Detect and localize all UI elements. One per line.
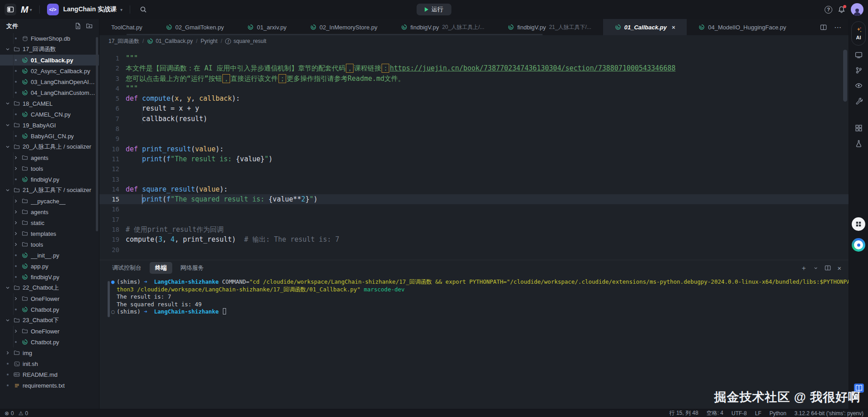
tree-item-agents[interactable]: agents bbox=[0, 206, 99, 217]
tab-02_GmailToken.py[interactable]: 02_GmailToken.py bbox=[154, 19, 236, 35]
source-control-icon[interactable] bbox=[852, 64, 865, 76]
chevron-down-icon[interactable] bbox=[813, 266, 818, 271]
tree-item-BabyAGI_CN.py[interactable]: BabyAGI_CN.py bbox=[0, 131, 99, 141]
explorer-scrollbar[interactable] bbox=[96, 37, 98, 231]
close-icon[interactable]: × bbox=[672, 24, 675, 31]
tree-item-findbigV.py[interactable]: findbigV.py bbox=[0, 174, 99, 185]
editor-scrollbar[interactable] bbox=[843, 50, 847, 102]
tree-item-__pycache__[interactable]: __pycache__ bbox=[0, 196, 99, 206]
tree-item-21_人脉工具下 / socializer[interactable]: 21_人脉工具下 / socializer bbox=[0, 185, 99, 196]
terminal[interactable]: ●(shims) ➜ LangChain-shizhanke COMMAND="… bbox=[99, 276, 849, 316]
run-button[interactable]: 运行 bbox=[417, 4, 452, 15]
breadcrumb-item-01_Callback.py[interactable]: 01_Callback.py bbox=[147, 38, 193, 44]
tree-item-OneFlower[interactable]: OneFlower bbox=[0, 293, 99, 304]
tree-item-Chatbot.py[interactable]: Chatbot.py bbox=[0, 304, 99, 315]
workspace-menu[interactable]: M ▾ bbox=[21, 5, 32, 15]
split-panel-icon[interactable] bbox=[825, 265, 831, 271]
tree-item-CAMEL_CN.py[interactable]: CAMEL_CN.py bbox=[0, 109, 99, 120]
problems-warnings[interactable]: ⚠0 bbox=[19, 410, 28, 417]
lab-icon[interactable] bbox=[852, 137, 865, 150]
tree-item-agents[interactable]: agents bbox=[0, 152, 99, 163]
code-line-6[interactable]: 6 result = x + y bbox=[99, 103, 849, 113]
tree-item-18_CAMEL[interactable]: 18_CAMEL bbox=[0, 98, 99, 109]
tab-04_ModelIO_HuggingFace.py[interactable]: 04_ModelIO_HuggingFace.py bbox=[687, 19, 798, 35]
panel-tab-网络服务[interactable]: 网络服务 bbox=[175, 262, 209, 274]
notifications-button[interactable] bbox=[838, 6, 845, 14]
tree-item-17_回调函数[interactable]: 17_回调函数 bbox=[0, 44, 99, 55]
new-file-icon[interactable] bbox=[75, 23, 81, 29]
problems-errors[interactable]: ⊗0 bbox=[5, 410, 14, 417]
avatar[interactable] bbox=[851, 3, 863, 16]
status-item[interactable]: 3.12.2 64-bit ('shims': pyenv) bbox=[794, 410, 863, 417]
code-line-3[interactable]: 3您可以点击最上方的“运行”按钮，直接运行该文件；更多操作指引请参考Readme… bbox=[99, 74, 849, 84]
status-item[interactable]: 行 15, 列 48 bbox=[670, 409, 698, 417]
tree-item-templates[interactable]: templates bbox=[0, 228, 99, 239]
status-item[interactable]: UTF-8 bbox=[731, 410, 747, 417]
new-folder-icon[interactable] bbox=[86, 23, 93, 29]
more-actions-icon[interactable]: ⋯ bbox=[834, 23, 841, 32]
tree-item-04_LangChainCustomCallback....[interactable]: 04_LangChainCustomCallback.... bbox=[0, 87, 99, 98]
new-terminal-icon[interactable]: ＋ bbox=[800, 264, 807, 272]
search-icon[interactable] bbox=[137, 4, 149, 15]
code-line-15[interactable]: 15 print(f"The squared result is: {value… bbox=[99, 194, 849, 204]
tree-item-tools[interactable]: tools bbox=[0, 239, 99, 250]
tree-item-README.md[interactable]: README.md bbox=[0, 369, 99, 380]
tree-item-__init__.py[interactable]: __init__.py bbox=[0, 250, 99, 261]
code-line-11[interactable]: 11 print(f"The result is: {value}") bbox=[99, 154, 849, 164]
code-line-19[interactable]: 19compute(3, 4, print_result) # 输出: The … bbox=[99, 234, 849, 244]
code-line-20[interactable]: 20 bbox=[99, 245, 849, 255]
tab-01_arxiv.py[interactable]: 01_arxiv.py bbox=[236, 19, 298, 35]
tree-item-img[interactable]: img bbox=[0, 347, 99, 358]
tab-ToolChat.py[interactable]: ToolChat.py bbox=[99, 19, 154, 35]
breadcrumb-item-17_回调函数[interactable]: 17_回调函数 bbox=[108, 37, 139, 45]
tree-item-02_Async_Callback.py[interactable]: 02_Async_Callback.py bbox=[0, 66, 99, 76]
tree-item-static[interactable]: static bbox=[0, 217, 99, 228]
tree-item-20_人脉工具上 / socializer[interactable]: 20_人脉工具上 / socializer bbox=[0, 141, 99, 152]
code-line-2[interactable]: 2本文件是【回调函数：在 AI 应用中引入异步通信机制】章节的配套代码，课程链接… bbox=[99, 63, 849, 73]
tree-item-03_LangChainOpenAICallback....[interactable]: 03_LangChainOpenAICallback.... bbox=[0, 76, 99, 87]
project-switcher[interactable]: </> LangChain 实战课 ▾ bbox=[47, 4, 123, 15]
tools-icon[interactable] bbox=[852, 94, 865, 107]
split-editor-icon[interactable] bbox=[820, 24, 827, 31]
status-item[interactable]: Python bbox=[769, 410, 786, 417]
code-line-18[interactable]: 18# 使用print_result作为回调 bbox=[99, 225, 849, 234]
status-item[interactable]: LF bbox=[755, 410, 761, 417]
tree-item-requirements.txt[interactable]: requirements.txt bbox=[0, 380, 99, 391]
code-line-5[interactable]: 5def compute(x, y, callback): bbox=[99, 94, 849, 103]
breadcrumb-item-Pyright[interactable]: Pyright bbox=[201, 38, 217, 44]
code-line-9[interactable]: 9 bbox=[99, 134, 849, 144]
tree-item-init.sh[interactable]: init.sh bbox=[0, 358, 99, 369]
tree-item-tools[interactable]: tools bbox=[0, 163, 99, 174]
code-line-14[interactable]: 14def square_result(value): bbox=[99, 184, 849, 194]
code-line-7[interactable]: 7 callback(result) bbox=[99, 114, 849, 124]
close-panel-icon[interactable]: × bbox=[837, 264, 841, 272]
tab-01_Callback.py[interactable]: 01_Callback.py× bbox=[603, 19, 687, 35]
tree-item-23_Chatbot下[interactable]: 23_Chatbot下 bbox=[0, 315, 99, 326]
code-line-12[interactable]: 12 bbox=[99, 164, 849, 174]
tree-item-Chatbot.py[interactable]: Chatbot.py bbox=[0, 337, 99, 347]
preview-icon[interactable] bbox=[852, 48, 865, 61]
tree-item-app.py[interactable]: app.py bbox=[0, 261, 99, 272]
code-editor[interactable]: 1"""2本文件是【回调函数：在 AI 应用中引入异步通信机制】章节的配套代码，… bbox=[99, 47, 849, 260]
code-line-16[interactable]: 16 bbox=[99, 204, 849, 214]
code-line-8[interactable]: 8 bbox=[99, 124, 849, 134]
panel-tab-调试控制台[interactable]: 调试控制台 bbox=[107, 262, 147, 274]
tab-findbigV.py[interactable]: findbigV.py20_人脉工具上/... bbox=[389, 19, 496, 35]
code-line-1[interactable]: 1""" bbox=[99, 53, 849, 63]
tree-item-19_BabyAGI[interactable]: 19_BabyAGI bbox=[0, 120, 99, 131]
tab-findbigV.py[interactable]: findbigV.py21_人脉工具下/... bbox=[496, 19, 603, 35]
help-icon[interactable]: ? bbox=[825, 6, 832, 14]
tab-02_InMemoryStore.py[interactable]: 02_InMemoryStore.py bbox=[298, 19, 389, 35]
tree-item-FlowerShop.db[interactable]: FlowerShop.db bbox=[0, 33, 99, 44]
marscode-assistant-icon[interactable] bbox=[852, 238, 865, 252]
eye-icon[interactable] bbox=[852, 79, 865, 92]
code-line-17[interactable]: 17 bbox=[99, 215, 849, 225]
ai-assistant-button[interactable]: AI bbox=[851, 21, 866, 46]
widgets-button[interactable] bbox=[852, 217, 865, 231]
status-item[interactable]: 空格: 4 bbox=[707, 409, 723, 417]
tree-item-OneFlower[interactable]: OneFlower bbox=[0, 326, 99, 337]
code-line-10[interactable]: 10def print_result(value): bbox=[99, 144, 849, 154]
sidebar-toggle-icon[interactable] bbox=[5, 4, 16, 15]
panel-tab-终端[interactable]: 终端 bbox=[150, 262, 172, 274]
tree-item-22_Chatbot上[interactable]: 22_Chatbot上 bbox=[0, 282, 99, 293]
